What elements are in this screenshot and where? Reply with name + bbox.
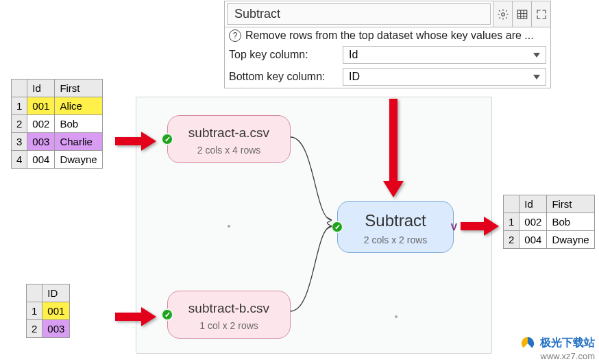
help-icon[interactable]: ? bbox=[229, 29, 241, 42]
col-header-id: Id bbox=[27, 80, 55, 97]
cell-first: Bob bbox=[547, 213, 594, 231]
cell-id: 001 bbox=[42, 302, 70, 320]
expand-icon bbox=[535, 8, 548, 21]
status-ok-icon: ✓ bbox=[161, 308, 173, 321]
cell-first: Dwayne bbox=[547, 231, 594, 249]
canvas-grid-dot bbox=[395, 315, 398, 318]
cell-first: Charlie bbox=[55, 133, 102, 151]
bottom-key-select[interactable]: ID bbox=[343, 68, 546, 86]
cell-first: Bob bbox=[55, 115, 102, 133]
arrow-icon bbox=[115, 132, 158, 151]
connector-b-to-op bbox=[291, 221, 339, 317]
bottom-key-value: ID bbox=[349, 71, 360, 83]
top-key-label: Top key column: bbox=[229, 49, 339, 61]
chevron-down-icon bbox=[533, 53, 540, 58]
table-icon bbox=[516, 8, 528, 21]
output-port-badge: V bbox=[451, 221, 457, 232]
cell-id: 003 bbox=[27, 133, 55, 151]
cell-id: 004 bbox=[519, 231, 547, 249]
cell-id: 001 bbox=[27, 97, 55, 115]
node-input-b[interactable]: ✓ subtract-b.csv 1 col x 2 rows bbox=[167, 291, 291, 339]
input-table-a: Id First 1 001 Alice 2 002 Bob 3 003 Cha… bbox=[11, 79, 103, 169]
col-header-first: First bbox=[55, 80, 102, 97]
arrow-icon bbox=[115, 307, 158, 326]
row-num: 1 bbox=[12, 97, 27, 115]
svg-rect-1 bbox=[517, 10, 527, 19]
row-num: 4 bbox=[12, 151, 27, 169]
connector-a-to-op bbox=[291, 134, 339, 230]
cell-first: Alice bbox=[55, 97, 102, 115]
status-ok-icon: ✓ bbox=[161, 133, 173, 145]
expand-button[interactable] bbox=[531, 1, 550, 27]
chevron-down-icon bbox=[533, 75, 540, 80]
table-view-button[interactable] bbox=[512, 1, 531, 27]
watermark-url: www.xz7.com bbox=[520, 351, 595, 361]
row-num: 1 bbox=[504, 213, 519, 231]
node-title: Subtract bbox=[345, 211, 446, 230]
node-description: Remove rows from the top dataset whose k… bbox=[245, 29, 534, 42]
node-input-a[interactable]: ✓ subtract-a.csv 2 cols x 4 rows bbox=[167, 115, 291, 163]
cell-id: 002 bbox=[27, 115, 55, 133]
corner-cell bbox=[12, 80, 27, 97]
row-num: 2 bbox=[12, 115, 27, 133]
output-table: Id First 1 002 Bob 2 004 Dwayne bbox=[503, 195, 595, 249]
node-subtitle: 1 col x 2 rows bbox=[175, 320, 283, 331]
corner-cell bbox=[504, 195, 519, 213]
node-name-input[interactable]: Subtract bbox=[227, 3, 491, 25]
top-key-select[interactable]: Id bbox=[343, 46, 546, 64]
node-title: subtract-b.csv bbox=[175, 301, 283, 316]
bottom-key-label: Bottom key column: bbox=[229, 71, 339, 83]
row-num: 3 bbox=[12, 133, 27, 151]
cell-id: 004 bbox=[27, 151, 55, 169]
arrow-icon bbox=[461, 217, 500, 236]
corner-cell bbox=[27, 284, 42, 302]
node-title: subtract-a.csv bbox=[175, 125, 283, 141]
row-num: 2 bbox=[504, 231, 519, 249]
logo-icon bbox=[520, 336, 535, 351]
svg-point-0 bbox=[501, 12, 504, 16]
col-header-id: Id bbox=[519, 195, 547, 213]
row-num: 2 bbox=[27, 320, 42, 338]
col-header-first: First bbox=[547, 195, 594, 213]
node-subtitle: 2 cols x 2 rows bbox=[345, 234, 446, 245]
col-header-id: ID bbox=[42, 284, 70, 302]
top-key-value: Id bbox=[349, 49, 358, 61]
properties-panel: Subtract ? Remove rows from the top data… bbox=[224, 1, 551, 88]
gear-icon bbox=[497, 8, 509, 21]
watermark: 极光下载站 www.xz7.com bbox=[520, 336, 595, 361]
arrow-icon bbox=[383, 99, 404, 198]
cell-id: 002 bbox=[519, 213, 547, 231]
row-num: 1 bbox=[27, 302, 42, 320]
input-table-b: ID 1 001 2 003 bbox=[26, 284, 70, 338]
watermark-title: 极光下载站 bbox=[540, 337, 595, 348]
cell-first: Dwayne bbox=[55, 151, 102, 169]
node-subtitle: 2 cols x 4 rows bbox=[175, 145, 283, 156]
node-subtract[interactable]: ✓ Subtract 2 cols x 2 rows V bbox=[337, 201, 454, 253]
canvas-grid-dot bbox=[228, 225, 230, 228]
cell-id: 003 bbox=[42, 320, 70, 338]
settings-button[interactable] bbox=[493, 1, 512, 27]
